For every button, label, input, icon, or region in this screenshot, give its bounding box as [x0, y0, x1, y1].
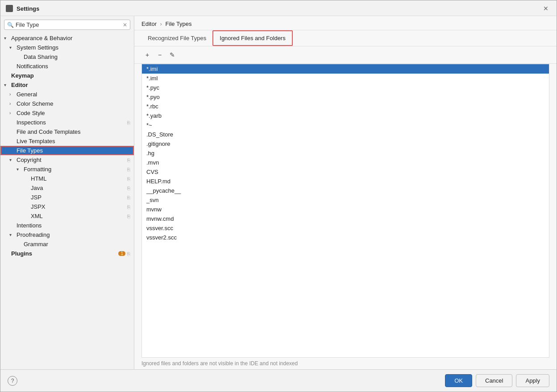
sidebar-item-label: JSP: [31, 194, 125, 201]
sidebar-item-label: Appearance & Behavior: [11, 35, 130, 41]
file-item-svn[interactable]: _svn: [142, 195, 549, 205]
close-button[interactable]: ✕: [540, 4, 551, 13]
sidebar-item-code-style[interactable]: › Code Style: [0, 108, 134, 118]
sidebar-item-label: Color Scheme: [17, 100, 130, 107]
sidebar-item-appearance[interactable]: ▾ Appearance & Behavior: [0, 33, 134, 43]
clear-icon[interactable]: ✕: [123, 22, 127, 28]
sidebar-item-label: General: [17, 91, 130, 98]
copy-icon: ⎘: [127, 176, 130, 182]
copy-icon: ⎘: [127, 214, 130, 219]
sidebar-item-label: HTML: [31, 175, 125, 182]
sidebar-item-xml[interactable]: XML ⎘: [0, 211, 134, 221]
sidebar-item-color-scheme[interactable]: › Color Scheme: [0, 99, 134, 108]
sidebar-item-label: Keymap: [11, 72, 130, 79]
sidebar-item-label: System Settings: [17, 44, 130, 51]
file-item-vssver-scc[interactable]: vssver.scc: [142, 223, 549, 233]
sidebar-item-file-types[interactable]: File Types: [0, 146, 134, 155]
add-button[interactable]: +: [141, 49, 153, 61]
sidebar-item-label: Live Templates: [17, 138, 130, 144]
sidebar-item-data-sharing[interactable]: Data Sharing: [0, 52, 134, 62]
sidebar-item-grammar[interactable]: Grammar: [0, 239, 134, 249]
sidebar-item-keymap[interactable]: Keymap: [0, 71, 134, 80]
file-item-yarb[interactable]: *.yarb: [142, 111, 549, 120]
arrow-icon: [9, 120, 17, 125]
breadcrumb: Editor › File Types: [134, 16, 557, 30]
arrow-icon: [24, 214, 31, 219]
arrow-icon: ›: [9, 92, 17, 97]
copy-icon: ⎘: [127, 204, 130, 210]
content-panel: Editor › File Types Recognized File Type…: [134, 16, 557, 369]
sidebar-tree: ▾ Appearance & Behavior ▾ System Setting…: [0, 32, 134, 369]
cancel-button[interactable]: Cancel: [476, 374, 512, 387]
sidebar-item-label: Editor: [11, 82, 130, 88]
sidebar-item-plugins[interactable]: Plugins 1 ⎘: [0, 249, 134, 258]
arrow-icon: ▾: [4, 83, 11, 87]
tab-recognized[interactable]: Recognized File Types: [141, 30, 212, 46]
file-item-vssver2-scc[interactable]: vssver2.scc: [142, 233, 549, 242]
file-item-pyc[interactable]: *.pyc: [142, 83, 549, 92]
file-item-pycache[interactable]: __pycache__: [142, 186, 549, 195]
sidebar-item-file-code-templates[interactable]: File and Code Templates: [0, 127, 134, 136]
sidebar-item-inspections[interactable]: Inspections ⎘: [0, 118, 134, 127]
file-item-gitignore[interactable]: .gitignore: [142, 139, 549, 149]
remove-button[interactable]: −: [154, 49, 166, 61]
footer-right: OK Cancel Apply: [445, 374, 549, 387]
file-item-tilde[interactable]: *~: [142, 120, 549, 130]
arrow-icon: [24, 204, 31, 209]
copy-icon: ⎘: [127, 186, 130, 191]
file-item-imi[interactable]: *.imi: [142, 64, 549, 74]
arrow-icon: [9, 223, 17, 228]
sidebar-item-jsp[interactable]: JSP ⎘: [0, 193, 134, 202]
sidebar-item-label: Data Sharing: [24, 54, 130, 60]
sidebar-item-proofreading[interactable]: ▾ Proofreading: [0, 230, 134, 239]
sidebar-item-notifications[interactable]: Notifications: [0, 62, 134, 71]
tab-ignored[interactable]: Ignored Files and Folders: [212, 30, 292, 46]
dialog-body: 🔍 ✕ ▾ Appearance & Behavior ▾ System Set…: [0, 16, 557, 369]
sidebar-item-label: File Types: [17, 147, 130, 154]
file-item-iml[interactable]: *.iml: [142, 74, 549, 83]
file-list: *.imi *.iml *.pyc *.pyo *.rbc *.yarb *~ …: [141, 64, 549, 358]
copy-icon: ⎘: [127, 157, 130, 163]
sidebar-item-formatting[interactable]: ▾ Formatting ⎘: [0, 165, 134, 174]
sidebar-item-editor[interactable]: ▾ Editor: [0, 80, 134, 90]
sidebar-item-label: XML: [31, 213, 125, 219]
arrow-icon: [9, 64, 17, 69]
file-item-rbc[interactable]: *.rbc: [142, 102, 549, 111]
arrow-icon: [24, 186, 31, 190]
sidebar-item-live-templates[interactable]: Live Templates: [0, 136, 134, 146]
file-item-mvn[interactable]: .mvn: [142, 158, 549, 167]
edit-button[interactable]: ✎: [166, 49, 178, 61]
apply-button[interactable]: Apply: [516, 374, 549, 387]
file-item-hg[interactable]: .hg: [142, 149, 549, 158]
arrow-icon: ›: [9, 101, 17, 106]
copy-icon: ⎘: [127, 195, 130, 200]
breadcrumb-separator: ›: [160, 21, 162, 27]
help-button[interactable]: ?: [8, 376, 17, 386]
sidebar-item-copyright[interactable]: ▾ Copyright ⎘: [0, 155, 134, 165]
title-bar-left: Settings: [6, 5, 39, 12]
ok-button[interactable]: OK: [445, 374, 472, 387]
arrow-icon: [24, 195, 31, 200]
arrow-icon: [9, 148, 17, 153]
sidebar-item-general[interactable]: › General: [0, 90, 134, 99]
file-item-help-md[interactable]: HELP.md: [142, 177, 549, 186]
file-item-pyo[interactable]: *.pyo: [142, 92, 549, 102]
arrow-icon: [9, 129, 17, 134]
sidebar: 🔍 ✕ ▾ Appearance & Behavior ▾ System Set…: [0, 16, 134, 369]
search-icon: 🔍: [7, 22, 14, 28]
arrow-icon: [17, 54, 24, 59]
file-item-ds-store[interactable]: .DS_Store: [142, 130, 549, 139]
hint-text: Ignored files and folders are not visibl…: [134, 358, 557, 369]
file-item-mvnw-cmd[interactable]: mvnw.cmd: [142, 214, 549, 223]
search-box[interactable]: 🔍 ✕: [4, 20, 130, 30]
copy-icon: ⎘: [127, 251, 130, 256]
sidebar-item-java[interactable]: Java ⎘: [0, 183, 134, 193]
file-item-mvnw[interactable]: mvnw: [142, 205, 549, 214]
sidebar-item-system-settings[interactable]: ▾ System Settings: [0, 43, 134, 52]
file-item-cvs[interactable]: CVS: [142, 167, 549, 177]
sidebar-item-intentions[interactable]: Intentions: [0, 221, 134, 230]
sidebar-item-label: Formatting: [24, 166, 125, 173]
search-input[interactable]: [16, 21, 121, 28]
sidebar-item-jspx[interactable]: JSPX ⎘: [0, 202, 134, 211]
sidebar-item-html[interactable]: HTML ⎘: [0, 174, 134, 183]
